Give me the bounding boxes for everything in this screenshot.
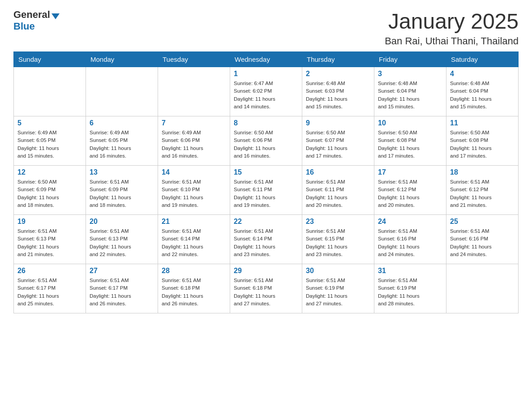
calendar-cell: 2Sunrise: 6:48 AM Sunset: 6:03 PM Daylig…	[302, 67, 374, 116]
day-number: 14	[162, 168, 226, 176]
day-number: 25	[450, 218, 515, 226]
day-number: 9	[306, 119, 370, 127]
day-info: Sunrise: 6:51 AM Sunset: 6:12 PM Dayligh…	[450, 178, 515, 209]
calendar-cell: 9Sunrise: 6:50 AM Sunset: 6:07 PM Daylig…	[302, 116, 374, 166]
day-info: Sunrise: 6:51 AM Sunset: 6:17 PM Dayligh…	[90, 277, 154, 308]
day-info: Sunrise: 6:51 AM Sunset: 6:13 PM Dayligh…	[90, 227, 154, 258]
day-info: Sunrise: 6:48 AM Sunset: 6:03 PM Dayligh…	[306, 80, 370, 111]
calendar-cell: 17Sunrise: 6:51 AM Sunset: 6:12 PM Dayli…	[374, 166, 446, 215]
day-info: Sunrise: 6:49 AM Sunset: 6:05 PM Dayligh…	[17, 129, 82, 160]
day-info: Sunrise: 6:50 AM Sunset: 6:09 PM Dayligh…	[17, 178, 82, 209]
weekday-header-tuesday: Tuesday	[158, 52, 230, 67]
day-number: 23	[306, 218, 370, 226]
calendar-body: 1Sunrise: 6:47 AM Sunset: 6:02 PM Daylig…	[14, 67, 519, 313]
calendar-cell: 28Sunrise: 6:51 AM Sunset: 6:18 PM Dayli…	[158, 264, 230, 313]
calendar-week-4: 19Sunrise: 6:51 AM Sunset: 6:13 PM Dayli…	[14, 215, 519, 264]
calendar-cell: 13Sunrise: 6:51 AM Sunset: 6:09 PM Dayli…	[86, 166, 158, 215]
location-title: Ban Rai, Uthai Thani, Thailand	[385, 35, 519, 47]
day-info: Sunrise: 6:51 AM Sunset: 6:12 PM Dayligh…	[378, 178, 442, 209]
day-info: Sunrise: 6:50 AM Sunset: 6:08 PM Dayligh…	[450, 129, 515, 160]
calendar-cell: 23Sunrise: 6:51 AM Sunset: 6:15 PM Dayli…	[302, 215, 374, 264]
calendar-cell: 22Sunrise: 6:51 AM Sunset: 6:14 PM Dayli…	[230, 215, 302, 264]
weekday-header-thursday: Thursday	[302, 52, 374, 67]
calendar-cell: 16Sunrise: 6:51 AM Sunset: 6:11 PM Dayli…	[302, 166, 374, 215]
day-number: 7	[162, 119, 226, 127]
calendar-cell: 24Sunrise: 6:51 AM Sunset: 6:16 PM Dayli…	[374, 215, 446, 264]
calendar-cell: 11Sunrise: 6:50 AM Sunset: 6:08 PM Dayli…	[446, 116, 519, 166]
weekday-header-wednesday: Wednesday	[230, 52, 302, 67]
day-number: 13	[90, 168, 154, 176]
calendar-table: SundayMondayTuesdayWednesdayThursdayFrid…	[13, 51, 519, 313]
calendar-cell: 21Sunrise: 6:51 AM Sunset: 6:14 PM Dayli…	[158, 215, 230, 264]
day-number: 21	[162, 218, 226, 226]
day-number: 29	[234, 267, 298, 275]
day-number: 10	[378, 119, 442, 127]
day-number: 24	[378, 218, 442, 226]
calendar-cell	[14, 67, 86, 116]
day-number: 15	[234, 168, 298, 176]
day-number: 8	[234, 119, 298, 127]
day-number: 22	[234, 218, 298, 226]
logo-line1: General	[13, 9, 60, 21]
logo-blue-label: Blue	[13, 21, 35, 32]
calendar-cell: 20Sunrise: 6:51 AM Sunset: 6:13 PM Dayli…	[86, 215, 158, 264]
day-number: 17	[378, 168, 442, 176]
weekday-header-row: SundayMondayTuesdayWednesdayThursdayFrid…	[14, 52, 519, 67]
calendar-cell: 30Sunrise: 6:51 AM Sunset: 6:19 PM Dayli…	[302, 264, 374, 313]
day-info: Sunrise: 6:51 AM Sunset: 6:17 PM Dayligh…	[17, 277, 82, 308]
calendar-cell: 8Sunrise: 6:50 AM Sunset: 6:06 PM Daylig…	[230, 116, 302, 166]
day-info: Sunrise: 6:51 AM Sunset: 6:11 PM Dayligh…	[306, 178, 370, 209]
day-number: 30	[306, 267, 370, 275]
day-info: Sunrise: 6:48 AM Sunset: 6:04 PM Dayligh…	[378, 80, 442, 111]
weekday-header-sunday: Sunday	[14, 52, 86, 67]
day-number: 1	[234, 70, 298, 78]
day-number: 28	[162, 267, 226, 275]
day-info: Sunrise: 6:49 AM Sunset: 6:05 PM Dayligh…	[90, 129, 154, 160]
day-info: Sunrise: 6:50 AM Sunset: 6:06 PM Dayligh…	[234, 129, 298, 160]
calendar-cell: 10Sunrise: 6:50 AM Sunset: 6:08 PM Dayli…	[374, 116, 446, 166]
day-info: Sunrise: 6:51 AM Sunset: 6:19 PM Dayligh…	[306, 277, 370, 308]
weekday-header-saturday: Saturday	[446, 52, 519, 67]
calendar-cell: 29Sunrise: 6:51 AM Sunset: 6:18 PM Dayli…	[230, 264, 302, 313]
calendar-cell: 19Sunrise: 6:51 AM Sunset: 6:13 PM Dayli…	[14, 215, 86, 264]
calendar-week-5: 26Sunrise: 6:51 AM Sunset: 6:17 PM Dayli…	[14, 264, 519, 313]
calendar-cell: 7Sunrise: 6:49 AM Sunset: 6:06 PM Daylig…	[158, 116, 230, 166]
calendar-cell: 18Sunrise: 6:51 AM Sunset: 6:12 PM Dayli…	[446, 166, 519, 215]
day-info: Sunrise: 6:50 AM Sunset: 6:07 PM Dayligh…	[306, 129, 370, 160]
month-title: January 2025	[385, 9, 519, 34]
day-number: 19	[17, 218, 82, 226]
day-number: 20	[90, 218, 154, 226]
day-info: Sunrise: 6:51 AM Sunset: 6:14 PM Dayligh…	[234, 227, 298, 258]
logo: General Blue	[13, 9, 60, 32]
day-number: 16	[306, 168, 370, 176]
day-info: Sunrise: 6:51 AM Sunset: 6:18 PM Dayligh…	[234, 277, 298, 308]
calendar-cell: 27Sunrise: 6:51 AM Sunset: 6:17 PM Dayli…	[86, 264, 158, 313]
day-number: 31	[378, 267, 442, 275]
calendar-cell: 6Sunrise: 6:49 AM Sunset: 6:05 PM Daylig…	[86, 116, 158, 166]
calendar-cell: 12Sunrise: 6:50 AM Sunset: 6:09 PM Dayli…	[14, 166, 86, 215]
day-info: Sunrise: 6:51 AM Sunset: 6:10 PM Dayligh…	[162, 178, 226, 209]
day-number: 27	[90, 267, 154, 275]
day-info: Sunrise: 6:51 AM Sunset: 6:14 PM Dayligh…	[162, 227, 226, 258]
logo-blue-text: Blue	[13, 21, 35, 32]
calendar-header: SundayMondayTuesdayWednesdayThursdayFrid…	[14, 52, 519, 67]
weekday-header-friday: Friday	[374, 52, 446, 67]
day-number: 4	[450, 70, 515, 78]
day-info: Sunrise: 6:50 AM Sunset: 6:08 PM Dayligh…	[378, 129, 442, 160]
day-number: 26	[17, 267, 82, 275]
day-info: Sunrise: 6:47 AM Sunset: 6:02 PM Dayligh…	[234, 80, 298, 111]
day-info: Sunrise: 6:51 AM Sunset: 6:15 PM Dayligh…	[306, 227, 370, 258]
day-number: 6	[90, 119, 154, 127]
day-info: Sunrise: 6:51 AM Sunset: 6:13 PM Dayligh…	[17, 227, 82, 258]
calendar-cell: 5Sunrise: 6:49 AM Sunset: 6:05 PM Daylig…	[14, 116, 86, 166]
day-number: 11	[450, 119, 515, 127]
weekday-header-monday: Monday	[86, 52, 158, 67]
calendar-cell: 4Sunrise: 6:48 AM Sunset: 6:04 PM Daylig…	[446, 67, 519, 116]
calendar-cell	[158, 67, 230, 116]
day-info: Sunrise: 6:51 AM Sunset: 6:16 PM Dayligh…	[378, 227, 442, 258]
calendar-cell: 15Sunrise: 6:51 AM Sunset: 6:11 PM Dayli…	[230, 166, 302, 215]
day-info: Sunrise: 6:51 AM Sunset: 6:19 PM Dayligh…	[378, 277, 442, 308]
day-number: 2	[306, 70, 370, 78]
calendar-cell: 14Sunrise: 6:51 AM Sunset: 6:10 PM Dayli…	[158, 166, 230, 215]
logo-general-text: General	[13, 9, 50, 21]
